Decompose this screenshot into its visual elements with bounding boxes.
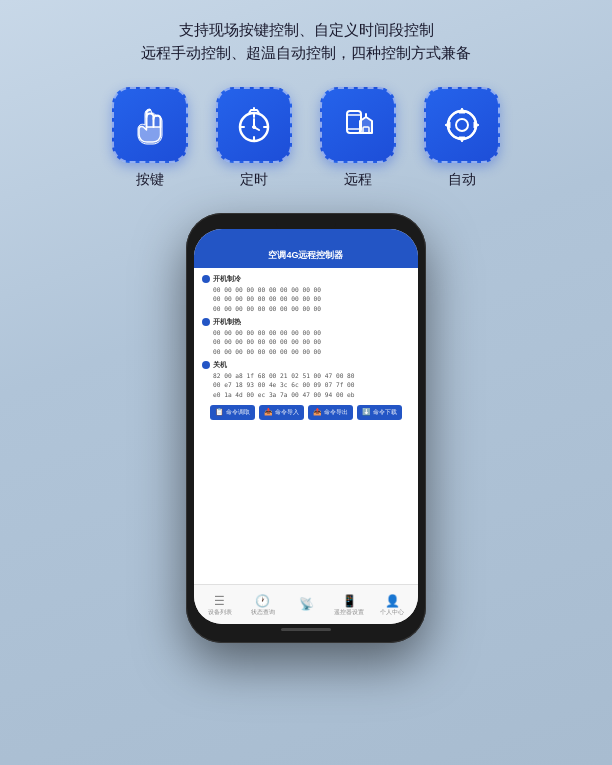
button-icon-box bbox=[112, 87, 188, 163]
phone-screen: 空调4G远程控制器 开机制冷 00 00 00 00 00 00 00 00 0… bbox=[194, 229, 418, 624]
cmd-export-btn[interactable]: 📤 命令导出 bbox=[308, 405, 353, 420]
nav-device-label: 设备列表 bbox=[208, 609, 232, 616]
nav-item-main[interactable]: 📡 bbox=[284, 597, 327, 612]
cmd-hex-1c: 00 00 00 00 00 00 00 00 00 00 bbox=[213, 304, 410, 313]
timer-label: 定时 bbox=[240, 171, 268, 189]
phone-content: 开机制冷 00 00 00 00 00 00 00 00 00 00 00 00… bbox=[194, 268, 418, 584]
cmd-name-1: 开机制冷 bbox=[213, 274, 241, 284]
icon-item-remote: 远程 bbox=[320, 87, 396, 189]
command-item-2: 开机制热 00 00 00 00 00 00 00 00 00 00 00 00… bbox=[202, 317, 410, 356]
feature-line2: 远程手动控制、超温自动控制，四种控制方式兼备 bbox=[141, 42, 471, 65]
command-item-3: 关机 82 00 a8 1f 68 00 21 02 51 00 47 00 8… bbox=[202, 360, 410, 399]
auto-icon-box bbox=[424, 87, 500, 163]
cmd-dot-3 bbox=[202, 361, 210, 369]
timer-icon-box bbox=[216, 87, 292, 163]
sync-icon bbox=[440, 103, 484, 147]
cmd-name-3: 关机 bbox=[213, 360, 227, 370]
phone-status-bar bbox=[194, 229, 418, 239]
cmd-dot-1 bbox=[202, 275, 210, 283]
touch-icon bbox=[128, 103, 172, 147]
cmd-hex-2c: 00 00 00 00 00 00 00 00 00 00 bbox=[213, 347, 410, 356]
phone-title: 空调4G远程控制器 bbox=[268, 250, 343, 260]
icon-item-button: 按键 bbox=[112, 87, 188, 189]
svg-point-15 bbox=[456, 119, 468, 131]
phone-header: 空调4G远程控制器 bbox=[194, 239, 418, 268]
download-icon: ⬇️ bbox=[362, 408, 371, 416]
button-label: 按键 bbox=[136, 171, 164, 189]
cmd-hex-1a: 00 00 00 00 00 00 00 00 00 00 bbox=[213, 285, 410, 294]
export-icon: 📤 bbox=[313, 408, 322, 416]
feature-line1: 支持现场按键控制、自定义时间段控制 bbox=[141, 18, 471, 42]
import-icon: 📥 bbox=[264, 408, 273, 416]
command-label-3: 关机 bbox=[202, 360, 410, 370]
command-item-1: 开机制冷 00 00 00 00 00 00 00 00 00 00 00 00… bbox=[202, 274, 410, 313]
cmd-name-2: 开机制热 bbox=[213, 317, 241, 327]
cmd-hex-3c: e0 1a 4d 00 ec 3a 7a 00 47 00 94 00 eb bbox=[213, 390, 410, 399]
cmd-hex-3b: 00 e7 18 93 00 4e 3c 6c 00 09 07 7f 00 bbox=[213, 380, 410, 389]
nav-remote-label: 遥控器设置 bbox=[334, 609, 364, 616]
download-label: 命令下载 bbox=[373, 408, 397, 417]
export-label: 命令导出 bbox=[324, 408, 348, 417]
nav-item-device-list[interactable]: ☰ 设备列表 bbox=[198, 594, 241, 616]
nav-profile-icon: 👤 bbox=[385, 594, 400, 608]
command-label-1: 开机制冷 bbox=[202, 274, 410, 284]
nav-remote-icon: 📱 bbox=[342, 594, 357, 608]
retrieve-label: 命令调取 bbox=[226, 408, 250, 417]
command-label-2: 开机制热 bbox=[202, 317, 410, 327]
icon-item-auto: 自动 bbox=[424, 87, 500, 189]
nav-item-profile[interactable]: 👤 个人中心 bbox=[371, 594, 414, 616]
action-buttons: 📋 命令调取 📥 命令导入 📤 命令导出 ⬇️ 命令下载 bbox=[202, 405, 410, 420]
remote-icon bbox=[336, 103, 380, 147]
cmd-hex-3a: 82 00 a8 1f 68 00 21 02 51 00 47 00 80 bbox=[213, 371, 410, 380]
cmd-hex-1b: 00 00 00 00 00 00 00 00 00 00 bbox=[213, 294, 410, 303]
retrieve-icon: 📋 bbox=[215, 408, 224, 416]
phone-nav: ☰ 设备列表 🕐 状态查询 📡 📱 遥控器设置 👤 个人中心 bbox=[194, 584, 418, 624]
home-indicator bbox=[281, 628, 331, 631]
clock-icon bbox=[232, 103, 276, 147]
cmd-hex-2b: 00 00 00 00 00 00 00 00 00 00 bbox=[213, 337, 410, 346]
nav-status-icon: 🕐 bbox=[255, 594, 270, 608]
cmd-dot-2 bbox=[202, 318, 210, 326]
phone-mockup: 空调4G远程控制器 开机制冷 00 00 00 00 00 00 00 00 0… bbox=[186, 213, 426, 643]
cmd-download-btn[interactable]: ⬇️ 命令下载 bbox=[357, 405, 402, 420]
feature-description: 支持现场按键控制、自定义时间段控制 远程手动控制、超温自动控制，四种控制方式兼备 bbox=[141, 18, 471, 65]
import-label: 命令导入 bbox=[275, 408, 299, 417]
nav-main-icon: 📡 bbox=[299, 597, 314, 611]
control-modes-row: 按键 定时 bbox=[112, 87, 500, 189]
phone-frame: 空调4G远程控制器 开机制冷 00 00 00 00 00 00 00 00 0… bbox=[186, 213, 426, 643]
svg-point-7 bbox=[253, 126, 256, 129]
cmd-retrieve-btn[interactable]: 📋 命令调取 bbox=[210, 405, 255, 420]
nav-device-icon: ☰ bbox=[214, 594, 225, 608]
nav-profile-label: 个人中心 bbox=[380, 609, 404, 616]
cmd-hex-2a: 00 00 00 00 00 00 00 00 00 00 bbox=[213, 328, 410, 337]
auto-label: 自动 bbox=[448, 171, 476, 189]
nav-status-label: 状态查询 bbox=[251, 609, 275, 616]
remote-icon-box bbox=[320, 87, 396, 163]
icon-item-timer: 定时 bbox=[216, 87, 292, 189]
nav-item-remote-settings[interactable]: 📱 遥控器设置 bbox=[328, 594, 371, 616]
cmd-import-btn[interactable]: 📥 命令导入 bbox=[259, 405, 304, 420]
remote-label: 远程 bbox=[344, 171, 372, 189]
nav-item-status[interactable]: 🕐 状态查询 bbox=[241, 594, 284, 616]
